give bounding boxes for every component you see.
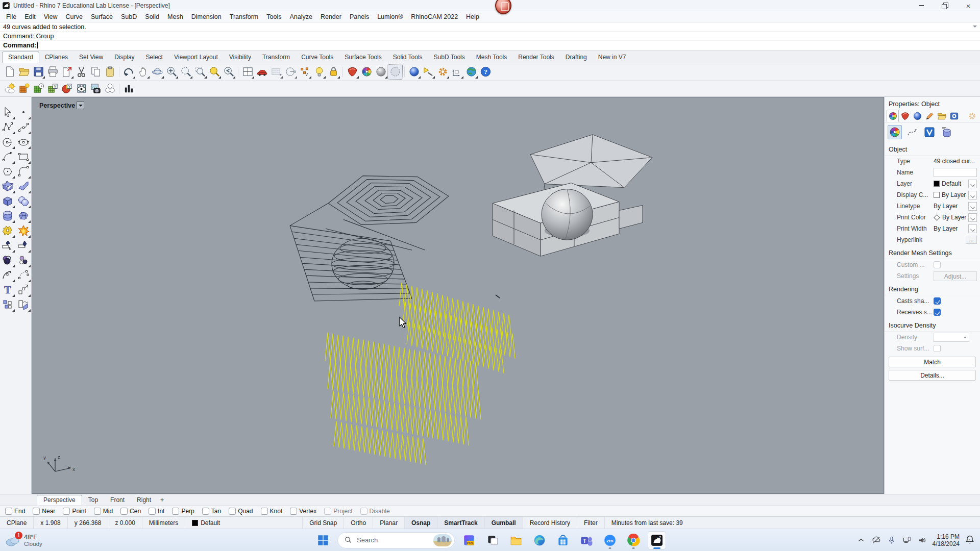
app-taskview[interactable]	[483, 531, 502, 549]
named-view-button[interactable]	[255, 65, 269, 79]
toolbar-tab-display[interactable]: Display	[109, 52, 140, 63]
menu-lumion[interactable]: Lumion®	[373, 13, 407, 20]
menu-view[interactable]: View	[40, 13, 62, 20]
density-stepper[interactable]	[934, 333, 969, 342]
ellipse-tool[interactable]	[16, 135, 31, 149]
tray-network-icon[interactable]	[902, 535, 912, 545]
explode-tool[interactable]	[16, 223, 31, 238]
toolbar-tab-viewport-layout[interactable]: Viewport Layout	[168, 52, 224, 63]
osnap-checkbox[interactable]	[120, 508, 128, 515]
color-wheel-button[interactable]	[359, 65, 374, 79]
mesh-clock-button[interactable]	[31, 82, 45, 96]
linetype-dropdown[interactable]	[968, 202, 977, 211]
tray-chevron-up-icon[interactable]	[856, 535, 866, 545]
toolbar-tab-surface-tools[interactable]: Surface Tools	[339, 52, 387, 63]
pan-button[interactable]	[136, 65, 150, 79]
viewport-tab-perspective[interactable]: Perspective	[37, 495, 82, 505]
props-tab-pen[interactable]	[923, 110, 936, 122]
props-tab-settings[interactable]	[966, 110, 978, 122]
menu-subd[interactable]: SubD	[117, 13, 141, 20]
osnap-int[interactable]: Int	[149, 508, 164, 515]
polygon-tool[interactable]	[1, 164, 15, 179]
point-set-tool[interactable]	[16, 253, 31, 267]
app-m365[interactable]	[460, 531, 478, 549]
viewport-tab-front[interactable]: Front	[104, 495, 131, 505]
point-tool[interactable]	[16, 105, 31, 119]
dimension-button[interactable]	[450, 65, 464, 79]
visibility-columns-button[interactable]	[74, 82, 88, 96]
layer-dropdown[interactable]	[968, 180, 977, 188]
tray-onedrive-icon[interactable]	[871, 535, 881, 545]
rotate-view-button[interactable]	[150, 65, 164, 79]
status-gumball[interactable]: Gumball	[485, 517, 523, 529]
display-color-dropdown[interactable]	[968, 191, 977, 199]
weather-widget[interactable]: 1 48°FCloudy	[5, 529, 42, 551]
props-tab-material[interactable]	[899, 110, 911, 122]
molecule-button[interactable]	[103, 82, 117, 96]
toolbar-tab-transform[interactable]: Transform	[257, 52, 296, 63]
app-explorer[interactable]	[507, 531, 525, 549]
receives-shadows-checkbox[interactable]	[934, 309, 941, 316]
command-expand-icon[interactable]	[972, 24, 978, 30]
close-button[interactable]: ×	[957, 0, 980, 11]
hyperlink-browse-button[interactable]: ...	[966, 236, 977, 244]
osnap-disable[interactable]: Disable	[360, 508, 390, 515]
command-input[interactable]: Command:	[0, 41, 980, 50]
osnap-end[interactable]: End	[5, 508, 25, 515]
control-points-button[interactable]	[298, 65, 312, 79]
zoom-in-button[interactable]	[164, 65, 179, 79]
app-edge[interactable]	[530, 531, 549, 549]
print-color-dropdown[interactable]	[968, 213, 977, 222]
adjust-button[interactable]: Adjust...	[934, 271, 977, 281]
arc-tool[interactable]	[1, 149, 15, 164]
osnap-cen[interactable]: Cen	[120, 508, 141, 515]
zoom-dynamic-button[interactable]	[179, 65, 193, 79]
status-filter[interactable]: Filter	[577, 517, 605, 529]
menu-help[interactable]: Help	[462, 13, 483, 20]
toolbar-tab-render-tools[interactable]: Render Tools	[512, 52, 560, 63]
toolbar-tab-new-in-v7[interactable]: New in V7	[593, 52, 632, 63]
box-tool[interactable]	[1, 194, 15, 208]
restore-button[interactable]	[933, 0, 957, 11]
menu-file[interactable]: File	[2, 13, 20, 20]
show-surface-checkbox[interactable]	[934, 345, 941, 352]
menu-edit[interactable]: Edit	[20, 13, 40, 20]
menu-mesh[interactable]: Mesh	[163, 13, 187, 20]
props-tab-folder[interactable]	[936, 110, 948, 122]
blend-tool[interactable]	[1, 253, 15, 267]
osnap-checkbox[interactable]	[94, 508, 101, 515]
viewport-menu-dropdown[interactable]	[77, 102, 84, 109]
props-subtab-color[interactable]	[888, 125, 902, 139]
status-ortho[interactable]: Ortho	[344, 517, 373, 529]
tray-volume-icon[interactable]	[917, 535, 927, 545]
undo-view-button[interactable]	[222, 65, 236, 79]
lock-button[interactable]	[326, 65, 340, 79]
boolean-tool[interactable]	[1, 223, 15, 238]
curve-tool[interactable]	[16, 120, 31, 134]
curve-fillet-tool[interactable]	[16, 164, 31, 179]
zoom-window-button[interactable]	[193, 65, 207, 79]
osnap-tan[interactable]: Tan	[202, 508, 221, 515]
menu-panels[interactable]: Panels	[346, 13, 373, 20]
earth-button[interactable]	[464, 65, 478, 79]
zoom-extents-button[interactable]	[207, 65, 222, 79]
sphere-tool[interactable]	[16, 194, 31, 208]
menu-dimension[interactable]: Dimension	[187, 13, 226, 20]
open-file-button[interactable]	[17, 65, 31, 79]
osnap-vertex[interactable]: Vertex	[290, 508, 316, 515]
status-units[interactable]: Millimeters	[142, 517, 185, 529]
search-box[interactable]: Search	[337, 532, 455, 548]
lamp-button[interactable]	[312, 65, 326, 79]
toolbar-tab-select[interactable]: Select	[140, 52, 168, 63]
cylinder-tool[interactable]	[1, 209, 15, 223]
viewport-title[interactable]: Perspective	[39, 102, 75, 109]
print-width-dropdown[interactable]	[968, 224, 977, 233]
toolbar-tab-solid-tools[interactable]: Solid Tools	[387, 52, 428, 63]
shaded-display-button[interactable]	[374, 65, 388, 79]
set-cplane-button[interactable]	[283, 65, 298, 79]
props-tab-object[interactable]	[887, 110, 899, 122]
options-button[interactable]	[435, 65, 450, 79]
osnap-checkbox[interactable]	[5, 508, 12, 515]
group-tool[interactable]	[1, 297, 15, 312]
toolbar-tab-drafting[interactable]: Drafting	[560, 52, 593, 63]
